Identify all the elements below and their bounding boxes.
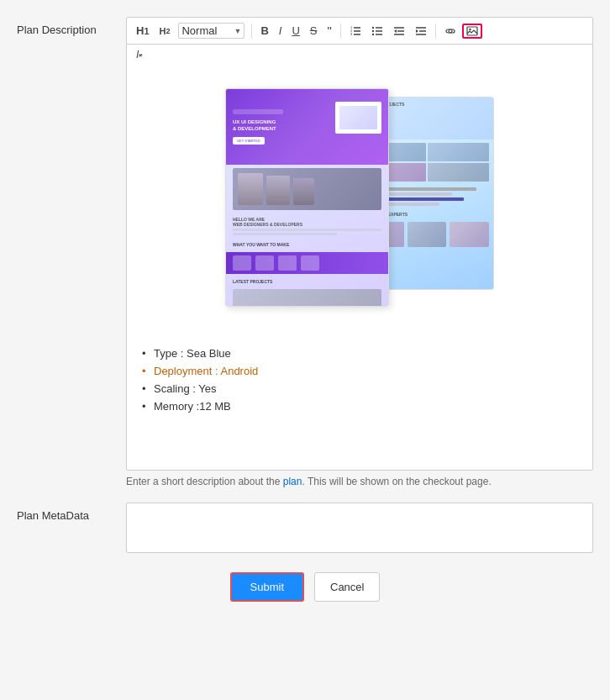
plan-metadata-label: Plan MetaData (17, 503, 126, 522)
form-actions: Submit Cancel (17, 572, 593, 602)
bold-button[interactable]: B (256, 22, 272, 39)
blockquote-button[interactable]: " (323, 21, 335, 40)
toolbar-divider-2 (340, 24, 341, 39)
description-bullets: Type : Sea Blue Deployment : Android Sca… (140, 340, 579, 413)
plan-metadata-row: Plan MetaData (17, 503, 593, 555)
ss-header: UX UI DESIGNING& DEVELOPMENT GET STARTED (226, 89, 388, 165)
unordered-list-button[interactable] (367, 23, 387, 39)
link-button[interactable] (440, 24, 460, 39)
rich-text-editor: H1 H2 Normal Heading 1 Heading 2 Heading… (126, 17, 593, 471)
bullet-memory: Memory :12 MB (154, 400, 579, 413)
underline-button[interactable]: U (287, 22, 303, 39)
svg-point-8 (372, 33, 374, 34)
svg-point-21 (469, 28, 471, 29)
bullet-scaling: Scaling : Yes (154, 382, 579, 395)
h2-button[interactable]: H2 (155, 24, 174, 39)
submit-button[interactable]: Submit (230, 572, 304, 602)
cancel-button[interactable]: Cancel (314, 572, 380, 602)
bullet-type: Type : Sea Blue (154, 347, 579, 360)
helper-text-plan: plan (283, 476, 302, 487)
screenshots-container: LATEST PROJECTS (225, 88, 494, 324)
h1-button[interactable]: H1 (132, 22, 153, 39)
image-button[interactable] (462, 24, 482, 39)
plan-description-label: Plan Description (17, 17, 126, 36)
toolbar-row2: Ix (127, 45, 592, 66)
toolbar-divider-3 (435, 24, 436, 39)
helper-text: Enter a short description about the plan… (126, 476, 593, 487)
svg-marker-19 (416, 29, 418, 33)
toolbar-divider-1 (251, 24, 252, 39)
plan-description-row: Plan Description H1 H2 Normal Heading 1 … (17, 17, 593, 487)
editor-body[interactable]: LATEST PROJECTS (127, 66, 592, 470)
plan-metadata-content (126, 503, 593, 555)
laptop-icon (335, 102, 381, 134)
plan-metadata-input[interactable] (126, 503, 593, 553)
plan-description-content: H1 H2 Normal Heading 1 Heading 2 Heading… (126, 17, 593, 487)
svg-marker-15 (394, 29, 397, 33)
svg-point-7 (372, 29, 374, 31)
svg-point-6 (372, 26, 374, 28)
select-arrow-icon: ▼ (234, 27, 241, 35)
clear-format-button[interactable]: Ix (132, 46, 146, 63)
bullet-deployment: Deployment : Android (154, 365, 579, 377)
indent-increase-button[interactable] (411, 23, 431, 39)
format-select-wrapper[interactable]: Normal Heading 1 Heading 2 Heading 3 ▼ (178, 23, 245, 39)
strikethrough-button[interactable]: S (306, 22, 322, 39)
svg-text:3: 3 (350, 32, 353, 36)
toolbar-row1: H1 H2 Normal Heading 1 Heading 2 Heading… (127, 18, 592, 45)
italic-button[interactable]: I (275, 22, 287, 39)
indent-decrease-button[interactable] (389, 23, 409, 39)
screenshot-front: UX UI DESIGNING& DEVELOPMENT GET STARTED (225, 88, 389, 307)
team-photo (233, 168, 381, 210)
svg-rect-20 (467, 27, 477, 35)
ordered-list-button[interactable]: 1 2 3 (345, 23, 365, 39)
